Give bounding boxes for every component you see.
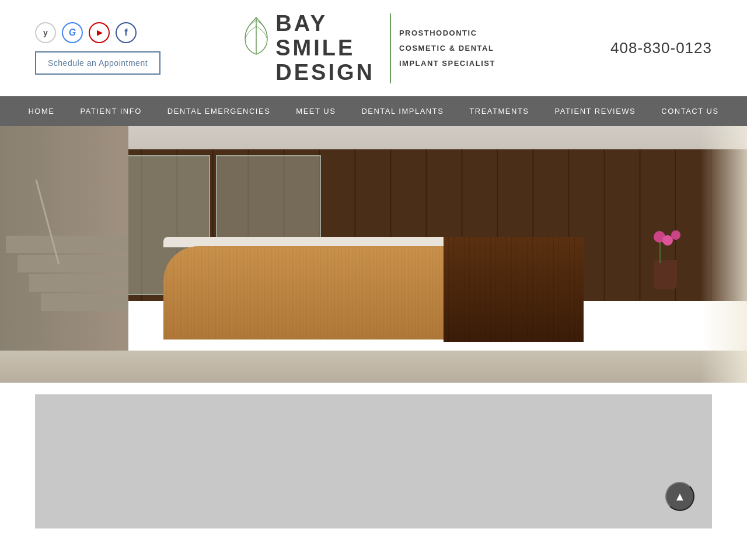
logo-divider (390, 13, 391, 83)
logo-smile: SMILE (275, 36, 375, 61)
nav-item-meet-us[interactable]: MEET US (283, 96, 348, 126)
facebook-icon[interactable]: f (116, 22, 137, 43)
leaf-icon (240, 15, 273, 58)
logo-tagline-block: PROSTHODONTIC COSMETIC & DENTAL IMPLANT … (399, 26, 495, 71)
content-section: ▲ (0, 383, 747, 540)
site-header: y G ▶ f Schedule an Appointment Bay Smil… (0, 0, 747, 96)
nav-items-container: HOMEPATIENT INFODENTAL EMERGENCIESMEET U… (15, 96, 731, 126)
logo-name-block: BAY SMILE DESIGN (275, 12, 375, 85)
phone-number[interactable]: 408-830-0123 (610, 39, 712, 57)
hero-stair-area (0, 126, 128, 383)
social-icons-group: y G ▶ f (35, 22, 160, 43)
hero-window-light (700, 126, 747, 383)
schedule-appointment-button[interactable]: Schedule an Appointment (35, 51, 160, 75)
logo-area: Bay Smile Design BAY SMILE DESIGN PROSTH… (275, 12, 495, 85)
tagline-line1: PROSTHODONTIC (399, 26, 495, 41)
nav-item-home[interactable]: HOME (15, 96, 67, 126)
scroll-to-top-button[interactable]: ▲ (665, 482, 694, 511)
nav-item-treatments[interactable]: TREATMENTS (456, 96, 542, 126)
nav-item-dental-emergencies[interactable]: DENTAL EMERGENCIES (155, 96, 284, 126)
main-navigation: HOMEPATIENT INFODENTAL EMERGENCIESMEET U… (0, 96, 747, 126)
tagline-line3: IMPLANT SPECIALIST (399, 56, 495, 71)
yelp-icon[interactable]: y (35, 22, 56, 43)
logo-bay: BAY (275, 12, 375, 36)
hero-floor (0, 351, 747, 383)
nav-item-patient-reviews[interactable]: PATIENT REVIEWS (542, 96, 649, 126)
hero-reception-desk (163, 237, 584, 354)
nav-item-contact-us[interactable]: CONTACT US (648, 96, 731, 126)
logo-design: DESIGN (275, 61, 375, 85)
header-left: y G ▶ f Schedule an Appointment (35, 22, 160, 75)
hero-desk-right (444, 237, 584, 342)
nav-item-dental-implants[interactable]: DENTAL IMPLANTS (348, 96, 456, 126)
tagline-line2: COSMETIC & DENTAL (399, 41, 495, 56)
hero-flowers (642, 219, 689, 289)
logo-full: BAY SMILE DESIGN PROSTHODONTIC COSMETIC … (275, 12, 495, 85)
hero-desk-front (163, 246, 444, 340)
hero-image (0, 126, 747, 383)
scroll-up-icon: ▲ (674, 490, 686, 503)
youtube-icon[interactable]: ▶ (89, 22, 110, 43)
content-box: ▲ (35, 394, 712, 528)
google-icon[interactable]: G (62, 22, 83, 43)
nav-item-patient-info[interactable]: PATIENT INFO (67, 96, 154, 126)
